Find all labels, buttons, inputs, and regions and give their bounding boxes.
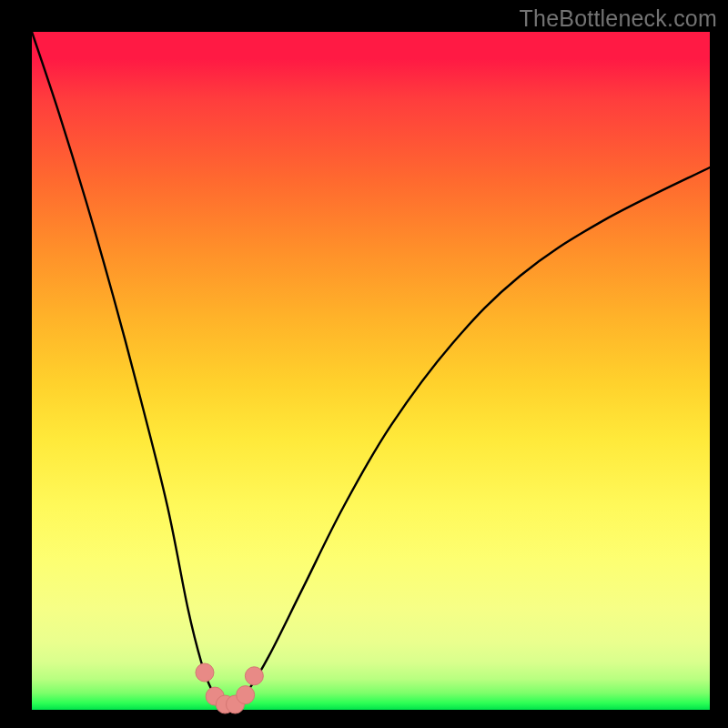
trough-marker	[196, 663, 214, 682]
plot-area	[32, 32, 710, 710]
bottleneck-curve	[32, 32, 710, 705]
chart-frame: TheBottleneck.com	[0, 0, 728, 728]
trough-marker	[245, 667, 263, 685]
trough-marker	[237, 686, 255, 704]
curve-layer	[32, 32, 710, 710]
trough-marker-group	[196, 663, 263, 713]
watermark-label: TheBottleneck.com	[520, 5, 717, 32]
